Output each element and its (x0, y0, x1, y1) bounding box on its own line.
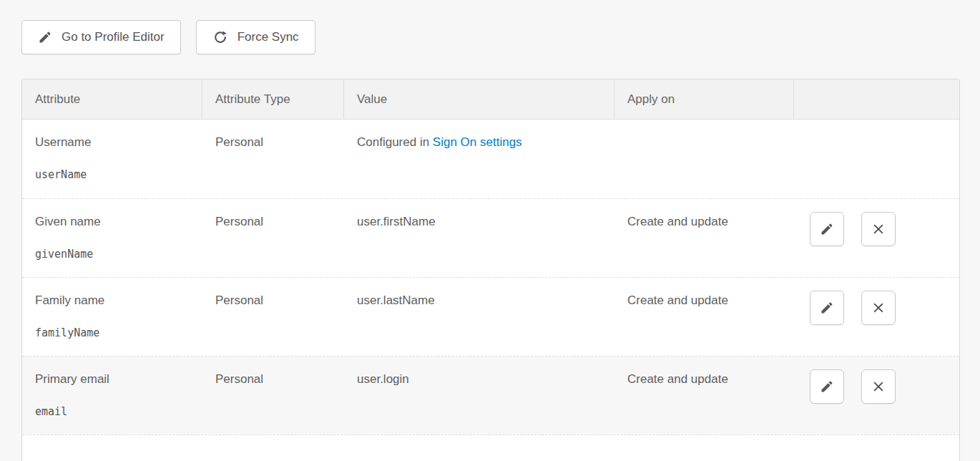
delete-attribute-button[interactable] (861, 212, 896, 246)
refresh-icon (212, 29, 228, 45)
value-cell: user.login (344, 356, 614, 435)
delete-attribute-button[interactable] (861, 369, 896, 404)
pencil-icon (820, 222, 834, 236)
attribute-type-cell: Personal (202, 278, 344, 356)
pencil-icon (820, 379, 834, 394)
column-header-value: Value (344, 79, 614, 119)
apply-on-cell: Create and update (614, 356, 794, 435)
close-icon (871, 301, 886, 315)
table-row-given-name: Given name givenName Personal user.first… (22, 198, 959, 277)
table-row-family-name: Family name familyName Personal user.las… (22, 277, 959, 356)
close-icon (871, 379, 886, 394)
value-cell: Configured in Sign On settings (344, 120, 614, 198)
attribute-variable-name: email (35, 405, 195, 418)
attribute-variable-name: userName (35, 168, 195, 181)
edit-attribute-button[interactable] (810, 291, 844, 325)
attribute-type-cell: Personal (202, 356, 344, 435)
pencil-icon (38, 30, 52, 44)
attribute-display-name: Username (35, 135, 195, 150)
apply-on-cell: Create and update (614, 199, 794, 277)
table-row-username: Username userName Personal Configured in… (22, 120, 959, 198)
attribute-type-cell: Personal (202, 120, 344, 198)
column-header-attribute-type: Attribute Type (202, 79, 344, 119)
column-header-actions (794, 79, 959, 119)
go-to-profile-editor-button[interactable]: Go to Profile Editor (21, 20, 181, 54)
actions-cell (794, 120, 959, 198)
force-sync-label: Force Sync (237, 30, 299, 44)
apply-on-cell: Create and update (614, 278, 794, 356)
column-header-attribute: Attribute (22, 79, 202, 119)
attribute-variable-name: givenName (35, 248, 195, 261)
go-to-profile-editor-label: Go to Profile Editor (62, 30, 165, 44)
edit-attribute-button[interactable] (810, 212, 844, 246)
attribute-display-name: Primary email (35, 372, 195, 387)
delete-attribute-button[interactable] (861, 291, 896, 325)
force-sync-button[interactable]: Force Sync (196, 20, 315, 54)
value-cell: user.firstName (344, 199, 614, 277)
toolbar: Go to Profile Editor Force Sync (0, 0, 980, 54)
table-row-partial (22, 435, 959, 461)
attribute-display-name: Family name (35, 293, 195, 308)
sign-on-settings-link[interactable]: Sign On settings (433, 135, 522, 149)
column-header-apply-on: Apply on (614, 79, 794, 119)
actions-cell (794, 356, 959, 435)
attribute-variable-name: familyName (35, 326, 195, 339)
attribute-cell: Family name familyName (22, 278, 202, 356)
attribute-display-name: Given name (35, 215, 195, 229)
attribute-mapping-table: Attribute Attribute Type Value Apply on … (21, 79, 960, 461)
value-prefix-text: Configured in (357, 135, 433, 149)
actions-cell (794, 199, 959, 277)
attribute-cell: Primary email email (22, 356, 202, 435)
table-row-primary-email: Primary email email Personal user.login … (22, 356, 959, 435)
close-icon (871, 222, 886, 236)
attribute-cell: Given name givenName (22, 199, 202, 277)
attribute-cell: Username userName (22, 120, 202, 198)
pencil-icon (820, 301, 834, 315)
attribute-type-cell: Personal (202, 199, 344, 277)
actions-cell (794, 278, 959, 356)
table-header: Attribute Attribute Type Value Apply on (22, 79, 959, 120)
value-cell: user.lastName (344, 278, 614, 356)
apply-on-cell (614, 120, 794, 198)
edit-attribute-button[interactable] (810, 369, 844, 404)
